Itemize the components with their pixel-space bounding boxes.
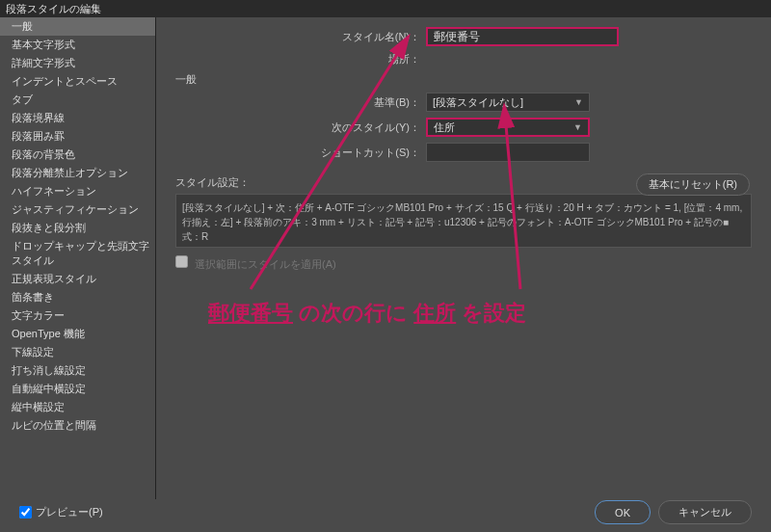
chevron-down-icon: ▼ (573, 122, 582, 132)
apply-selection-row: 選択範囲にスタイルを適用(A) (175, 255, 752, 272)
sidebar-item[interactable]: 正規表現スタイル (0, 270, 155, 288)
next-style-label: 次のスタイル(Y)： (175, 120, 426, 135)
main-panel: スタイル名(N)： 場所： 一般 基準(B)： [段落スタイルなし] ▼ 次のス… (156, 17, 771, 499)
sidebar-item[interactable]: 基本文字形式 (0, 36, 155, 54)
settings-label: スタイル設定： (175, 175, 250, 190)
sidebar-item[interactable]: ドロップキャップと先頭文字スタイル (0, 237, 155, 270)
sidebar-item[interactable]: 自動縦中横設定 (0, 380, 155, 398)
footer: プレビュー(P) OK キャンセル (0, 500, 771, 524)
sidebar-item[interactable]: 縦中横設定 (0, 398, 155, 416)
section-title: 一般 (175, 72, 752, 87)
sidebar-item[interactable]: ハイフネーション (0, 182, 155, 200)
window-title: 段落スタイルの編集 (6, 2, 101, 16)
preview-label: プレビュー(P) (36, 505, 103, 519)
sidebar-item[interactable]: OpenType 機能 (0, 325, 155, 343)
sidebar-item[interactable]: ジャスティフィケーション (0, 200, 155, 219)
preview-checkbox-row[interactable]: プレビュー(P) (19, 505, 103, 519)
sidebar: 一般基本文字形式詳細文字形式インデントとスペースタブ段落境界線段落囲み罫段落の背… (0, 17, 156, 499)
location-label: 場所： (175, 52, 426, 66)
based-on-value: [段落スタイルなし] (433, 95, 523, 110)
shortcut-label: ショートカット(S)： (175, 146, 426, 160)
chevron-down-icon: ▼ (574, 97, 583, 107)
based-on-label: 基準(B)： (175, 95, 426, 110)
sidebar-item[interactable]: タブ (0, 91, 155, 109)
sidebar-item[interactable]: 下線設定 (0, 343, 155, 361)
shortcut-input[interactable] (426, 143, 590, 162)
preview-checkbox[interactable] (19, 506, 32, 519)
next-style-select[interactable]: 住所 ▼ (426, 118, 590, 137)
sidebar-item[interactable]: 文字カラー (0, 306, 155, 325)
sidebar-item[interactable]: インデントとスペース (0, 72, 155, 91)
apply-selection-checkbox (175, 255, 188, 268)
reset-button[interactable]: 基本にリセット(R) (636, 173, 750, 196)
ok-button[interactable]: OK (595, 500, 651, 524)
cancel-button[interactable]: キャンセル (658, 500, 752, 524)
sidebar-item[interactable]: 打ち消し線設定 (0, 361, 155, 380)
sidebar-item[interactable]: ルビの位置と間隔 (0, 416, 155, 435)
stylename-label: スタイル名(N)： (175, 30, 426, 44)
sidebar-item[interactable]: 段落の背景色 (0, 146, 155, 164)
sidebar-item[interactable]: 段落分離禁止オプション (0, 164, 155, 182)
stylename-input[interactable] (426, 27, 619, 46)
sidebar-item[interactable]: 箇条書き (0, 288, 155, 306)
based-on-select[interactable]: [段落スタイルなし] ▼ (426, 93, 590, 112)
sidebar-item[interactable]: 一般 (0, 17, 155, 36)
sidebar-item[interactable]: 段落囲み罫 (0, 127, 155, 146)
settings-description: [段落スタイルなし] + 次：住所 + A-OTF ゴシックMB101 Pro … (175, 194, 752, 248)
sidebar-item[interactable]: 詳細文字形式 (0, 54, 155, 72)
sidebar-item[interactable]: 段落境界線 (0, 109, 155, 127)
sidebar-item[interactable]: 段抜きと段分割 (0, 219, 155, 237)
titlebar: 段落スタイルの編集 (0, 0, 771, 17)
apply-selection-label: 選択範囲にスタイルを適用(A) (195, 258, 336, 270)
next-style-value: 住所 (434, 120, 455, 135)
